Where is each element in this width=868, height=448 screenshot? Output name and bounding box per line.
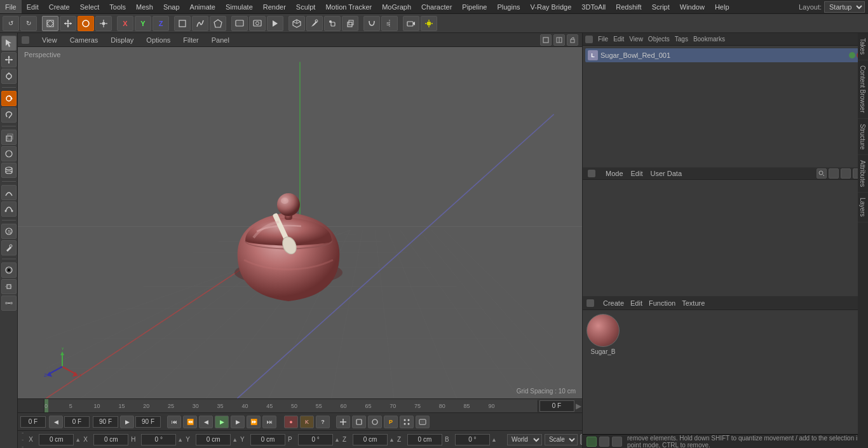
b-coord-input[interactable]	[455, 434, 490, 445]
next-step-button[interactable]: ▶	[231, 416, 245, 428]
move-tool[interactable]	[1, 52, 17, 67]
scale-select[interactable]: Scale Size	[545, 434, 578, 445]
object-mode-button[interactable]	[42, 16, 58, 31]
material-thumb-sugar[interactable]: Sugar_B	[587, 314, 620, 355]
light-button[interactable]	[421, 16, 437, 31]
viewport-display-menu[interactable]: Display	[108, 36, 136, 44]
menu-window[interactable]: Window	[675, 0, 710, 13]
select-tool-button[interactable]	[1, 36, 17, 51]
cylinder-primitive[interactable]	[1, 163, 17, 178]
menu-help[interactable]: Help	[710, 0, 735, 13]
play-button[interactable]: ▶	[215, 416, 229, 428]
attr-options-icon[interactable]	[841, 168, 851, 179]
om-view-tab[interactable]: View	[629, 36, 643, 43]
menu-edit[interactable]: Edit	[22, 0, 44, 13]
mat-edit-menu[interactable]: Edit	[630, 299, 642, 307]
menu-plugins[interactable]: Plugins	[492, 0, 525, 13]
attributes-tab[interactable]: Attributes	[858, 155, 868, 193]
menu-animate[interactable]: Animate	[185, 0, 220, 13]
menu-simulate[interactable]: Simulate	[220, 0, 258, 13]
rotate-tool-button[interactable]	[78, 16, 94, 31]
mat-create-menu[interactable]: Create	[603, 299, 624, 307]
autokey-button[interactable]: K	[300, 416, 314, 428]
mirror-button[interactable]: S	[381, 16, 398, 31]
viewport-lock-btn[interactable]	[567, 34, 578, 46]
viewport-maximize[interactable]	[540, 34, 552, 46]
menu-mesh[interactable]: Mesh	[131, 0, 158, 13]
om-bookmarks-tab[interactable]: Bookmarks	[693, 36, 725, 43]
end-frame-2[interactable]	[135, 416, 161, 428]
z-coord-input[interactable]	[353, 434, 388, 445]
goto-end-button[interactable]: ⏭	[262, 416, 276, 428]
viewport-options-menu[interactable]: Options	[144, 36, 173, 44]
start-frame-input[interactable]	[20, 416, 46, 428]
om-icon-1[interactable]	[585, 36, 593, 43]
start-frame-down[interactable]: ◀	[49, 416, 63, 428]
takes-tab[interactable]: Takes	[858, 33, 868, 60]
help-button[interactable]: ?	[316, 416, 330, 428]
attr-edit-menu[interactable]: Edit	[631, 170, 643, 177]
current-frame-input[interactable]	[539, 400, 574, 412]
render-view-button[interactable]	[231, 16, 248, 31]
knife-cut[interactable]	[1, 279, 17, 294]
position-icon[interactable]	[336, 416, 350, 428]
menu-redshift[interactable]: Redshift	[611, 0, 646, 13]
rotation-icon[interactable]	[352, 416, 366, 428]
bridge-tool[interactable]	[1, 295, 17, 311]
lasso-tool[interactable]	[1, 107, 17, 123]
y2-coord-input[interactable]	[250, 434, 285, 445]
record-button[interactable]: ●	[284, 416, 298, 428]
h-coord-arrow[interactable]: ▲	[177, 437, 183, 443]
y-coord-input[interactable]	[196, 434, 231, 445]
om-objects-tab[interactable]: Objects	[648, 36, 670, 43]
prev-frame-button[interactable]: ⏪	[183, 416, 197, 428]
x-coord-arrow[interactable]: ▲	[75, 437, 81, 443]
cube-primitive[interactable]	[1, 130, 17, 145]
menu-render[interactable]: Render	[258, 0, 291, 13]
attr-lock-icon[interactable]	[829, 168, 839, 179]
viewport-layout-btn[interactable]	[553, 34, 565, 46]
status-icon-1[interactable]	[587, 437, 597, 447]
attr-mode-menu[interactable]: Mode	[606, 170, 623, 177]
render-to-picture-button[interactable]	[249, 16, 266, 31]
z-axis-button[interactable]: Z	[153, 16, 169, 31]
h-coord-input[interactable]	[141, 434, 176, 445]
scale-tool[interactable]	[1, 69, 17, 84]
undo-button[interactable]: ↺	[3, 16, 19, 31]
spline-wrap[interactable]	[1, 201, 17, 217]
menu-vray[interactable]: V-Ray Bridge	[526, 0, 577, 13]
menu-motion-tracker[interactable]: Motion Tracker	[320, 0, 377, 13]
scale-tool-button[interactable]	[95, 16, 112, 31]
y-axis-button[interactable]: Y	[135, 16, 151, 31]
menu-create[interactable]: Create	[44, 0, 75, 13]
attr-search-icon[interactable]	[817, 168, 827, 179]
x2-coord-input[interactable]	[93, 434, 128, 445]
interactive-render-button[interactable]	[267, 16, 283, 31]
3d-viewport[interactable]: Perspective Grid Spacing : 10 cm Y X Z	[18, 47, 582, 398]
om-tags-tab[interactable]: Tags	[675, 36, 688, 43]
attr-userdata-menu[interactable]: User Data	[651, 170, 682, 177]
frame-arrow[interactable]: ▶	[576, 402, 581, 411]
sphere-primitive[interactable]	[1, 146, 17, 161]
spline-button[interactable]	[192, 16, 208, 31]
next-frame-button[interactable]: ⏩	[247, 416, 261, 428]
viewport-view-menu[interactable]: View	[39, 36, 60, 44]
sculpt-brush[interactable]	[1, 240, 17, 255]
polygon-button[interactable]	[210, 16, 226, 31]
goto-start-button[interactable]: ⏮	[167, 416, 181, 428]
b-coord-arrow[interactable]: ▲	[491, 437, 497, 443]
pen-tool-button[interactable]	[306, 16, 323, 31]
menu-mograph[interactable]: MoGraph	[377, 0, 416, 13]
layers-tab[interactable]: Layers	[858, 193, 868, 222]
rotate-tool[interactable]	[1, 91, 17, 106]
p-coord-input[interactable]	[298, 434, 333, 445]
magnet-button[interactable]	[363, 16, 380, 31]
move-tool-button[interactable]	[60, 16, 76, 31]
extrude-button[interactable]	[342, 16, 358, 31]
z-coord-arrow[interactable]: ▲	[389, 437, 395, 443]
cube-button[interactable]	[288, 16, 305, 31]
polygon-pen[interactable]	[1, 262, 17, 278]
start-frame-2[interactable]	[64, 416, 90, 428]
redo-button[interactable]: ↻	[20, 16, 37, 31]
menu-snap[interactable]: Snap	[158, 0, 185, 13]
